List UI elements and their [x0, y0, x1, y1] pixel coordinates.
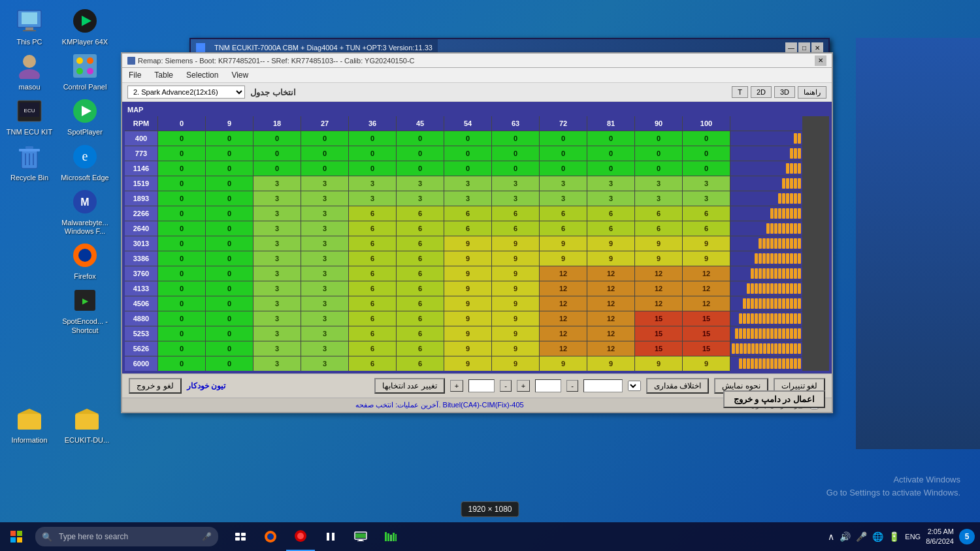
- val-cell-3-7[interactable]: 3: [492, 176, 539, 191]
- val-cell-1-6[interactable]: 0: [444, 146, 491, 161]
- val-cell-5-6[interactable]: 6: [444, 206, 491, 221]
- val-cell-2-3[interactable]: 0: [301, 161, 348, 176]
- val-cell-14-4[interactable]: 6: [349, 341, 396, 356]
- tnm-maximize-btn[interactable]: □: [798, 42, 810, 53]
- diff-combo[interactable]: ▼: [628, 381, 641, 391]
- val-cell-6-11[interactable]: 6: [683, 221, 730, 236]
- val-cell-13-0[interactable]: 0: [158, 326, 205, 341]
- val-cell-15-8[interactable]: 9: [540, 356, 587, 371]
- val-cell-11-6[interactable]: 9: [444, 296, 491, 311]
- val-cell-1-11[interactable]: 0: [683, 146, 730, 161]
- val-cell-1-5[interactable]: 0: [397, 146, 444, 161]
- desktop-icon-tnm[interactable]: ECU TNM ECU KIT: [3, 97, 56, 136]
- val-cell-5-4[interactable]: 6: [349, 206, 396, 221]
- val-cell-2-2[interactable]: 0: [253, 161, 301, 176]
- val-cell-15-4[interactable]: 6: [349, 356, 396, 371]
- val-cell-0-11[interactable]: 0: [683, 131, 730, 146]
- val-cell-8-7[interactable]: 9: [492, 251, 539, 266]
- val-cell-6-9[interactable]: 6: [587, 221, 634, 236]
- val-cell-9-8[interactable]: 12: [540, 266, 587, 281]
- val-cell-6-6[interactable]: 6: [444, 221, 491, 236]
- val-cell-15-7[interactable]: 9: [492, 356, 539, 371]
- val-cell-11-11[interactable]: 12: [683, 296, 730, 311]
- val-cell-14-3[interactable]: 3: [301, 341, 348, 356]
- val-cell-7-11[interactable]: 9: [683, 236, 730, 251]
- val-cell-13-4[interactable]: 6: [349, 326, 396, 341]
- val-cell-10-5[interactable]: 6: [397, 281, 444, 296]
- btn-change-selection[interactable]: تغییر عدد انتخابها: [374, 378, 445, 394]
- val-cell-10-8[interactable]: 12: [540, 281, 587, 296]
- start-button[interactable]: [0, 522, 33, 551]
- val-cell-4-9[interactable]: 3: [587, 191, 634, 206]
- desktop-icon-malwarebytes[interactable]: M Malwarebyte... Windows F...: [59, 187, 111, 236]
- val-cell-13-7[interactable]: 9: [492, 326, 539, 341]
- val-cell-0-2[interactable]: 0: [253, 131, 301, 146]
- val-cell-11-10[interactable]: 12: [635, 296, 682, 311]
- val-cell-1-1[interactable]: 0: [206, 146, 253, 161]
- val-cell-13-2[interactable]: 3: [253, 326, 301, 341]
- val-cell-4-7[interactable]: 3: [492, 191, 539, 206]
- val-cell-2-9[interactable]: 0: [587, 161, 634, 176]
- val-cell-2-4[interactable]: 0: [349, 161, 396, 176]
- val-cell-2-0[interactable]: 0: [158, 161, 205, 176]
- btn-3d[interactable]: 3D: [774, 86, 795, 98]
- tnm-close-btn[interactable]: ✕: [811, 42, 823, 53]
- val-cell-6-3[interactable]: 3: [301, 221, 348, 236]
- val-cell-6-2[interactable]: 3: [253, 221, 301, 236]
- val-cell-3-11[interactable]: 3: [683, 176, 730, 191]
- val-cell-7-1[interactable]: 0: [206, 236, 253, 251]
- val-cell-15-3[interactable]: 3: [301, 356, 348, 371]
- val-cell-12-1[interactable]: 0: [206, 311, 253, 326]
- val-cell-2-6[interactable]: 0: [444, 161, 491, 176]
- val-cell-4-5[interactable]: 3: [397, 191, 444, 206]
- val-cell-8-5[interactable]: 6: [397, 251, 444, 266]
- val-cell-3-2[interactable]: 3: [253, 176, 301, 191]
- val-cell-14-5[interactable]: 6: [397, 341, 444, 356]
- search-input[interactable]: [35, 527, 218, 546]
- task-view-btn[interactable]: [226, 522, 255, 551]
- val-cell-9-0[interactable]: 0: [158, 266, 205, 281]
- val-cell-5-11[interactable]: 6: [683, 206, 730, 221]
- table-dropdown[interactable]: 2. Spark Advance2(12x16): [127, 86, 245, 99]
- val-cell-8-1[interactable]: 0: [206, 251, 253, 266]
- val-cell-4-1[interactable]: 0: [206, 191, 253, 206]
- menu-view[interactable]: View: [229, 69, 251, 81]
- val-cell-1-3[interactable]: 0: [301, 146, 348, 161]
- val-cell-11-0[interactable]: 0: [158, 296, 205, 311]
- val-cell-9-3[interactable]: 3: [301, 266, 348, 281]
- val-cell-3-6[interactable]: 3: [444, 176, 491, 191]
- desktop-icon-firefox[interactable]: Firefox: [59, 241, 111, 281]
- val-cell-10-1[interactable]: 0: [206, 281, 253, 296]
- val-cell-14-6[interactable]: 9: [444, 341, 491, 356]
- remap-close-btn[interactable]: ✕: [815, 55, 826, 66]
- btn-exit[interactable]: لغو و خروج: [129, 378, 182, 394]
- btn-2d[interactable]: 2D: [751, 86, 772, 98]
- val-cell-12-7[interactable]: 9: [492, 311, 539, 326]
- btn-minus-num[interactable]: -: [500, 380, 512, 392]
- val-cell-2-10[interactable]: 0: [635, 161, 682, 176]
- val-cell-10-2[interactable]: 3: [253, 281, 301, 296]
- btn-t[interactable]: T: [732, 86, 748, 98]
- val-cell-1-4[interactable]: 0: [349, 146, 396, 161]
- btn-apply-exit[interactable]: اعمال در دامپ و خروج: [723, 390, 825, 408]
- val-cell-3-3[interactable]: 3: [301, 176, 348, 191]
- val-cell-8-11[interactable]: 9: [683, 251, 730, 266]
- val-cell-0-5[interactable]: 0: [397, 131, 444, 146]
- val-cell-7-5[interactable]: 6: [397, 236, 444, 251]
- desktop-icon-control-panel[interactable]: Control Panel: [59, 52, 111, 91]
- val-cell-13-11[interactable]: 15: [683, 326, 730, 341]
- val-cell-5-1[interactable]: 0: [206, 206, 253, 221]
- val-cell-5-2[interactable]: 3: [253, 206, 301, 221]
- val-cell-0-0[interactable]: 0: [158, 131, 205, 146]
- val-cell-9-10[interactable]: 12: [635, 266, 682, 281]
- record-btn[interactable]: [286, 522, 315, 551]
- val-cell-3-1[interactable]: 0: [206, 176, 253, 191]
- val-cell-8-3[interactable]: 3: [301, 251, 348, 266]
- val-cell-5-5[interactable]: 6: [397, 206, 444, 221]
- val-cell-15-11[interactable]: 9: [683, 356, 730, 371]
- val-cell-0-6[interactable]: 0: [444, 131, 491, 146]
- val-cell-4-11[interactable]: 3: [683, 191, 730, 206]
- val-cell-15-6[interactable]: 9: [444, 356, 491, 371]
- val-cell-5-0[interactable]: 0: [158, 206, 205, 221]
- val-cell-10-11[interactable]: 12: [683, 281, 730, 296]
